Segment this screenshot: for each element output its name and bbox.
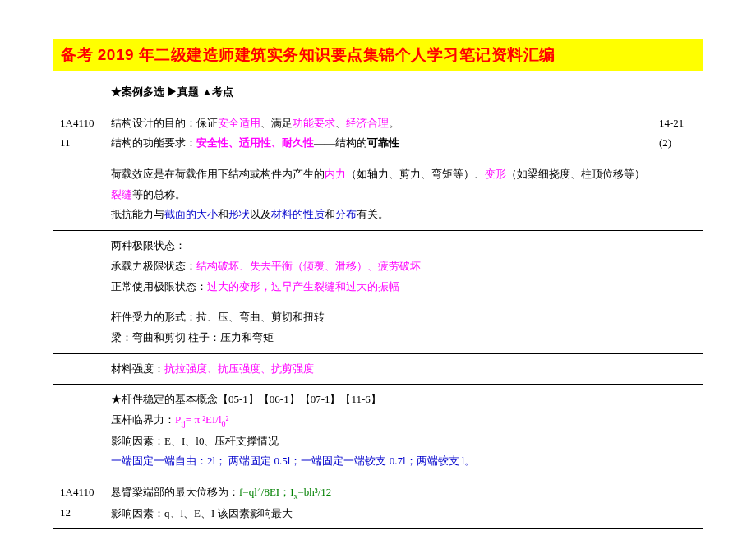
highlight-text: 过大的变形，过早产生裂缝和过大的振幅 (207, 280, 399, 293)
content-cell: ★杆件稳定的基本概念【05-1】【06-1】【07-1】【11-6】 压杆临界力… (104, 385, 652, 477)
text: 杆件受力的形式：拉、压、弯曲、剪切和扭转 (111, 311, 325, 323)
content-cell: 结构设计的目的：保证安全适用、满足功能要求、经济合理。 结构的功能要求：安全性、… (104, 108, 652, 159)
table-row: 两种极限状态： 承载力极限状态：结构破坏、失去平衡（倾覆、滑移）、疲劳破坏 正常… (53, 231, 703, 302)
blank-cell (652, 77, 703, 108)
highlight-text: 内力 (325, 168, 346, 180)
highlight-text: 结构破坏、失去平衡（倾覆、滑移）、疲劳破坏 (196, 260, 421, 272)
highlight-text: 抗拉强度、抗压强度、抗剪强度 (164, 362, 314, 375)
text: ★杆件稳定的基本概念【05-1】【06-1】【07-1】【11-6】 (111, 393, 381, 405)
text: 影响因素：E、I、l0、压杆支撑情况 (111, 435, 279, 447)
text: 梁：弯曲和剪切 柱子：压力和弯矩 (111, 331, 274, 344)
text: 、满足 (260, 117, 293, 129)
highlight-text: 裂缝 (111, 188, 132, 201)
text: 荷载效应是在荷载作用下结构或构件内产生的 (111, 168, 325, 180)
blank-cell (53, 302, 104, 353)
highlight-text: 安全适用 (218, 117, 260, 129)
formula-text: = π ²EI/l (186, 413, 222, 426)
text: 悬臂梁端部的最大位移为： (111, 486, 239, 498)
table-row: 材料强度：抗拉强度、抗压强度、抗剪强度 (53, 353, 703, 385)
text: 抵抗能力与 (111, 208, 164, 220)
blank-cell (652, 353, 703, 385)
blank-cell (53, 159, 104, 231)
text: 、 (335, 117, 346, 129)
blank-cell (652, 477, 703, 528)
text: 材料强度： (111, 362, 164, 375)
table-row: 杆件受力的形式：拉、压、弯曲、剪切和扭转 梁：弯曲和剪切 柱子：压力和弯矩 (53, 302, 703, 353)
content-table: ★案例多选 ▶真题 ▲考点 1A411011 结构设计的目的：保证安全适用、满足… (53, 77, 703, 535)
blank-cell (53, 77, 104, 108)
blank-cell (53, 231, 104, 302)
text: 结构设计的目的：保证 (111, 117, 218, 129)
highlight-text: 安全性、适用性、耐久性 (196, 136, 314, 149)
text: 和 (325, 208, 335, 220)
blue-text: 截面的大小 (164, 208, 218, 220)
text: 有关。 (357, 208, 389, 220)
code-cell: 1A411012 (53, 477, 104, 528)
content-cell: 悬臂梁端部的最大位移为：f=ql⁴/8EI；Ix=bh³/12 影响因素：q、l… (104, 477, 652, 528)
blank-cell (53, 353, 104, 385)
formula-text: =bh³/12 (297, 486, 331, 498)
document-title-bar: 备考 2019 年二级建造师建筑实务知识要点集锦个人学习笔记资料汇编 (53, 39, 703, 71)
bold-text: 可靠性 (367, 136, 399, 149)
blank-cell (652, 385, 703, 477)
blue-text: 分布 (335, 208, 357, 220)
blue-text: 材料的性质 (271, 208, 325, 220)
blue-text: 一端固定一端自由：2l； 两端固定 0.5l；一端固定一端铰支 0.7l；两端铰… (111, 454, 475, 467)
table-row: 荷载效应是在荷载作用下结构或构件内产生的内力（如轴力、剪力、弯矩等）、变形（如梁… (53, 159, 703, 231)
document-title: 备考 2019 年二级建造师建筑实务知识要点集锦个人学习笔记资料汇编 (61, 46, 555, 63)
content-cell: 荷载效应是在荷载作用下结构或构件内产生的内力（如轴力、剪力、弯矩等）、变形（如梁… (104, 159, 652, 231)
content-cell: 两种极限状态： 承载力极限状态：结构破坏、失去平衡（倾覆、滑移）、疲劳破坏 正常… (104, 231, 652, 302)
formula-text: f=ql⁴/8EI；I (239, 486, 293, 498)
text: 承载力极限状态： (111, 260, 196, 272)
table-row: ★杆件稳定的基本概念【05-1】【06-1】【07-1】【11-6】 压杆临界力… (53, 385, 703, 477)
blank-cell (53, 529, 104, 535)
formula-text: ² (226, 413, 229, 426)
content-cell: 混凝土结构的裂缝控制 1、构件不出现拉应力； 2、构件虽有拉应力，但不超过混凝土… (104, 529, 652, 535)
content-cell: 杆件受力的形式：拉、压、弯曲、剪切和扭转 梁：弯曲和剪切 柱子：压力和弯矩 (104, 302, 652, 353)
table-row: 混凝土结构的裂缝控制 1、构件不出现拉应力； 2、构件虽有拉应力，但不超过混凝土… (53, 529, 703, 535)
text: ——结构的 (314, 136, 367, 149)
content-cell: 材料强度：抗拉强度、抗压强度、抗剪强度 (104, 353, 652, 385)
blank-cell (53, 385, 104, 477)
code-cell: 1A411011 (53, 108, 104, 159)
blank-cell (652, 159, 703, 231)
text: 两种极限状态： (111, 239, 186, 251)
ref-cell: 14-21(2) (652, 108, 703, 159)
blank-cell (652, 302, 703, 353)
text: 等的总称。 (132, 188, 186, 201)
legend-row: ★案例多选 ▶真题 ▲考点 (53, 77, 703, 108)
text: （如轴力、剪力、弯矩等）、 (346, 168, 485, 180)
text: 影响因素：q、l、E、I 该因素影响最大 (111, 507, 293, 519)
highlight-text: 经济合理 (346, 117, 389, 129)
legend-text: ★案例多选 ▶真题 ▲考点 (111, 85, 233, 98)
text: 和 (218, 208, 228, 220)
blue-text: 形状 (228, 208, 250, 220)
blank-cell (652, 231, 703, 302)
text: 压杆临界力： (111, 413, 175, 426)
highlight-text: 功能要求 (293, 117, 335, 129)
text: 。 (389, 117, 399, 129)
table-row: 1A411012 悬臂梁端部的最大位移为：f=ql⁴/8EI；Ix=bh³/12… (53, 477, 703, 528)
blank-cell (652, 529, 703, 535)
text: （如梁细挠度、柱顶位移等） (506, 168, 645, 180)
highlight-text: 变形 (485, 168, 506, 180)
text: 以及 (250, 208, 271, 220)
table-row: 1A411011 结构设计的目的：保证安全适用、满足功能要求、经济合理。 结构的… (53, 108, 703, 159)
text: 结构的功能要求： (111, 136, 196, 149)
text: 正常使用极限状态： (111, 280, 207, 293)
